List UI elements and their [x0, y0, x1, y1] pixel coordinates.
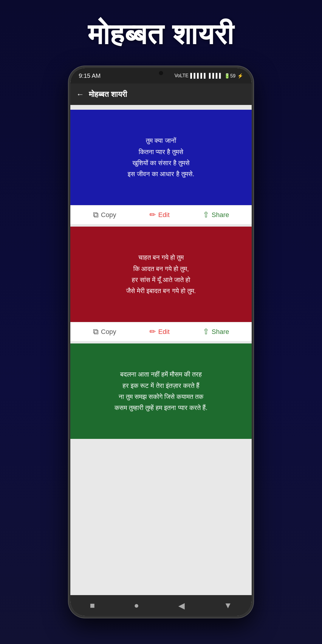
shayari-text-1: तुम क्या जानों कितना प्यार है तुमसे खुशि…	[128, 135, 194, 180]
edit-icon-2: ✏	[149, 327, 156, 336]
nav-back-icon[interactable]: ◀	[178, 601, 185, 611]
copy-icon-2: ⧉	[93, 327, 99, 336]
page-title: मोहब्बत शायरी	[88, 18, 234, 51]
edit-button-1[interactable]: ✏ Edit	[149, 210, 170, 219]
camera-notch	[159, 71, 163, 75]
share-icon-1: ⇧	[203, 210, 209, 219]
nav-arrow-icon[interactable]: ▼	[224, 601, 232, 610]
shayari-image-2: चाहत बन गये हो तुम कि आदत बन गये हो तुम,…	[70, 227, 252, 322]
nav-square-icon[interactable]: ■	[90, 601, 95, 610]
shayari-card-3: बदलना आता नहीं हमें मौसम की तरह हर इक रू…	[70, 343, 252, 439]
bolt-icon: ⚡	[237, 73, 243, 79]
status-time: 9:15 AM	[79, 72, 100, 79]
shayari-text-2: चाहत बन गये हो तुम कि आदत बन गये हो तुम,…	[126, 252, 196, 297]
nav-bar: ■ ● ◀ ▼	[70, 595, 252, 616]
edit-button-2[interactable]: ✏ Edit	[149, 327, 170, 336]
action-bar-1: ⧉ Copy ✏ Edit ⇧ Share	[70, 205, 252, 224]
status-icons: VoLTE ▌▌▌▌▌ ▌▌▌▌ 🔋59 ⚡	[174, 73, 243, 79]
signal-icon-2: ▌▌▌▌	[209, 73, 222, 78]
scroll-area[interactable]: तुम क्या जानों कितना प्यार है तुमसे खुशि…	[70, 105, 252, 595]
share-label-1: Share	[212, 211, 229, 219]
lte-icon: VoLTE	[174, 73, 188, 78]
battery-icon: 🔋59	[224, 73, 236, 79]
nav-home-icon[interactable]: ●	[134, 601, 139, 610]
copy-label-2: Copy	[101, 328, 116, 336]
copy-button-1[interactable]: ⧉ Copy	[93, 210, 116, 219]
copy-icon-1: ⧉	[93, 210, 99, 219]
phone-frame: 9:15 AM VoLTE ▌▌▌▌▌ ▌▌▌▌ 🔋59 ⚡ ← मोहब्बत…	[69, 66, 253, 618]
back-button[interactable]: ←	[76, 90, 84, 99]
edit-icon-1: ✏	[149, 210, 156, 219]
edit-label-2: Edit	[158, 328, 170, 336]
share-button-1[interactable]: ⇧ Share	[203, 210, 229, 219]
share-label-2: Share	[212, 328, 229, 336]
share-icon-2: ⇧	[203, 327, 209, 336]
edit-label-1: Edit	[158, 211, 170, 219]
phone-screen: 9:15 AM VoLTE ▌▌▌▌▌ ▌▌▌▌ 🔋59 ⚡ ← मोहब्बत…	[70, 68, 252, 616]
shayari-card-2: चाहत बन गये हो तुम कि आदत बन गये हो तुम,…	[70, 227, 252, 341]
shayari-text-3: बदलना आता नहीं हमें मौसम की तरह हर इक रू…	[114, 369, 208, 414]
shayari-image-1: तुम क्या जानों कितना प्यार है तुमसे खुशि…	[70, 110, 252, 205]
signal-icon-1: ▌▌▌▌▌	[190, 73, 207, 78]
action-bar-2: ⧉ Copy ✏ Edit ⇧ Share	[70, 322, 252, 341]
status-bar: 9:15 AM VoLTE ▌▌▌▌▌ ▌▌▌▌ 🔋59 ⚡	[70, 68, 252, 83]
copy-label-1: Copy	[101, 211, 116, 219]
shayari-card-1: तुम क्या जानों कितना प्यार है तुमसे खुशि…	[70, 110, 252, 224]
app-bar-title: मोहब्बत शायरी	[89, 90, 127, 99]
app-bar: ← मोहब्बत शायरी	[70, 83, 252, 105]
copy-button-2[interactable]: ⧉ Copy	[93, 327, 116, 336]
shayari-image-3: बदलना आता नहीं हमें मौसम की तरह हर इक रू…	[70, 343, 252, 439]
share-button-2[interactable]: ⇧ Share	[203, 327, 229, 336]
